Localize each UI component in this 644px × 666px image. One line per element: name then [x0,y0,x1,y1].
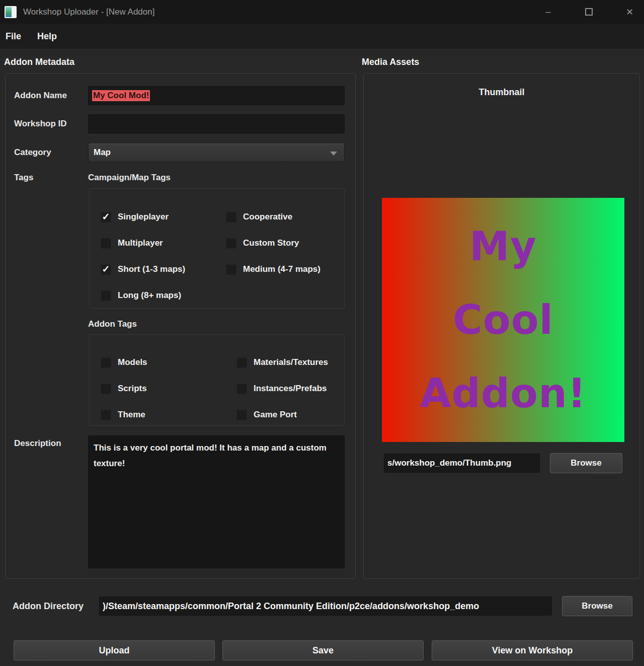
chevron-down-icon [330,152,337,156]
checkbox-icon: ✓ [101,264,111,275]
thumbnail-text-line: My [469,210,537,283]
checkbox-icon [101,410,111,420]
addon-name-value: My Cool Mod! [92,90,150,101]
thumbnail-browse-button[interactable]: Browse [550,453,622,473]
addon-name-input[interactable]: My Cool Mod! [88,86,345,105]
thumbnail-label: Thumbnail [364,87,639,98]
menubar: File Help [0,24,644,49]
titlebar: Workshop Uploader - [New Addon] – ✕ [0,0,644,24]
view-on-workshop-button[interactable]: View on Workshop [432,640,633,660]
minimize-button[interactable]: – [537,0,559,24]
thumbnail-path-value: s/workshop_demo/Thumb.png [387,458,512,468]
workshop-uploader-window: Workshop Uploader - [New Addon] – ✕ File… [0,0,644,666]
category-value: Map [94,147,111,158]
addon-name-label: Addon Name [14,86,67,105]
addon-metadata-group: Addon Name My Cool Mod! Workshop ID Cate… [5,73,356,579]
description-label: Description [14,438,61,449]
checkbox-scripts[interactable]: Scripts [101,376,236,402]
save-button[interactable]: Save [222,640,424,660]
media-assets-group: Thumbnail My Cool Addon! s/workshop_demo… [363,73,640,579]
upload-button[interactable]: Upload [14,640,215,660]
menu-help[interactable]: Help [29,24,65,49]
checkbox-icon: ✓ [101,212,111,223]
addon-directory-value: )/Steam/steamapps/common/Portal 2 Commun… [103,601,479,612]
checkbox-short-maps[interactable]: ✓ Short (1-3 maps) [101,256,226,282]
checkbox-theme[interactable]: Theme [101,402,236,428]
thumbnail-image: My Cool Addon! [382,198,624,442]
checkbox-models[interactable]: Models [101,349,236,376]
category-dropdown[interactable]: Map [88,143,345,162]
maximize-icon [585,8,593,16]
category-label: Category [14,143,51,162]
checkbox-icon [226,264,236,275]
maximize-button[interactable] [578,0,600,24]
checkbox-game-port[interactable]: Game Port [236,402,344,428]
window-title: Workshop Uploader - [New Addon] [23,7,154,17]
description-textarea[interactable]: This is a very cool portal mod! It has a… [88,435,345,568]
workshop-id-input[interactable] [88,114,345,133]
checkbox-icon [101,238,111,249]
workshop-id-label: Workshop ID [14,114,67,133]
app-icon-image [6,7,12,17]
app-icon [5,6,17,18]
checkbox-singleplayer[interactable]: ✓ Singleplayer [101,204,226,230]
addon-metadata-section-title: Addon Metadata [4,57,74,67]
checkbox-icon [226,212,236,223]
addon-tags-box: Models Materials/Textures Scripts Instan… [89,334,345,426]
close-icon: ✕ [626,7,633,18]
media-assets-section-title: Media Assets [362,57,419,67]
check-icon: ✓ [102,264,110,274]
checkbox-icon [236,384,247,394]
menu-file[interactable]: File [0,24,29,49]
addon-tags-title: Addon Tags [88,319,137,329]
window-controls: – ✕ [537,0,641,24]
checkbox-icon [101,290,111,301]
checkbox-materials-textures[interactable]: Materials/Textures [236,349,344,376]
addon-directory-label: Addon Directory [13,597,84,616]
checkbox-icon [236,410,247,420]
close-button[interactable]: ✕ [618,0,641,24]
campaign-map-tags-box: ✓ Singleplayer Cooperative Multiplayer C… [89,188,345,309]
checkbox-icon [226,238,236,249]
addon-directory-input[interactable]: )/Steam/steamapps/common/Portal 2 Commun… [99,597,552,616]
minimize-icon: – [545,7,550,17]
thumbnail-text-line: Cool [453,283,553,357]
checkbox-icon [101,357,111,368]
check-icon: ✓ [102,212,110,221]
checkbox-instances-prefabs[interactable]: Instances/Prefabs [236,376,344,402]
campaign-map-tags-title: Campaign/Map Tags [88,173,171,183]
checkbox-icon [236,357,247,368]
tags-label: Tags [14,173,33,183]
checkbox-custom-story[interactable]: Custom Story [226,230,344,256]
checkbox-medium-maps[interactable]: Medium (4-7 maps) [226,256,344,282]
thumbnail-path-input[interactable]: s/workshop_demo/Thumb.png [384,454,540,473]
addon-directory-browse-button[interactable]: Browse [562,596,632,616]
thumbnail-text-line: Addon! [420,357,587,430]
checkbox-long-maps[interactable]: Long (8+ maps) [101,282,226,309]
checkbox-cooperative[interactable]: Cooperative [226,204,344,230]
checkbox-icon [101,384,111,394]
checkbox-multiplayer[interactable]: Multiplayer [101,230,226,256]
